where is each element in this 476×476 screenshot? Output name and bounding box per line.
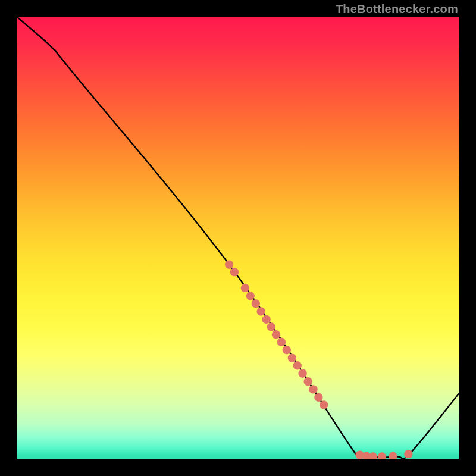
data-point bbox=[389, 452, 397, 459]
data-point bbox=[404, 450, 412, 458]
data-point bbox=[378, 452, 386, 459]
data-point bbox=[369, 452, 377, 459]
data-point bbox=[246, 292, 255, 300]
data-point bbox=[230, 268, 239, 276]
data-point bbox=[298, 369, 306, 378]
data-point bbox=[272, 330, 280, 339]
bottleneck-curve bbox=[17, 17, 459, 459]
data-point bbox=[288, 353, 296, 362]
data-point bbox=[225, 260, 233, 268]
data-point bbox=[283, 346, 291, 354]
data-point bbox=[262, 315, 270, 324]
attribution-text: TheBottlenecker.com bbox=[336, 2, 458, 16]
data-point bbox=[303, 377, 312, 386]
data-point bbox=[241, 284, 249, 292]
data-point bbox=[252, 299, 260, 308]
data-point bbox=[293, 361, 302, 369]
data-point bbox=[309, 385, 317, 393]
data-point bbox=[320, 400, 328, 409]
data-point bbox=[277, 338, 286, 346]
chart-overlay bbox=[17, 17, 459, 459]
data-point bbox=[267, 322, 275, 331]
data-points-group bbox=[225, 260, 413, 459]
data-point bbox=[257, 307, 265, 315]
data-point bbox=[314, 393, 322, 402]
